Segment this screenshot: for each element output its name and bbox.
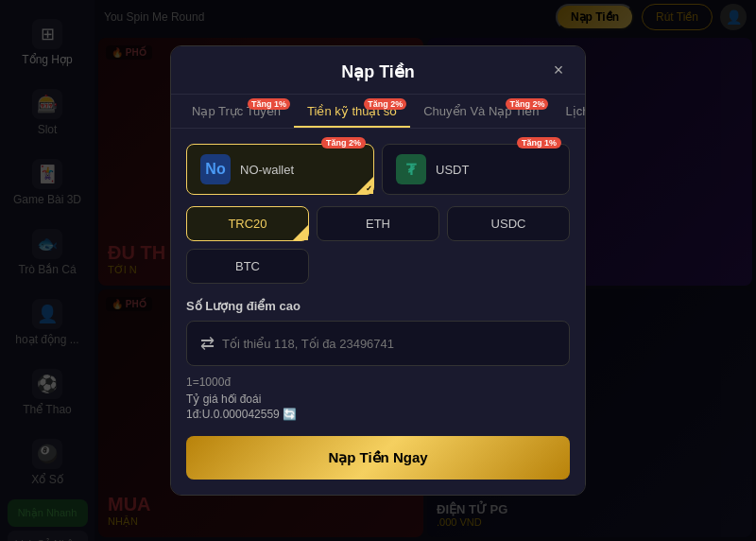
tab-badge-2: Tăng 2% <box>506 98 548 110</box>
no-wallet-label: NO-wallet <box>240 163 294 177</box>
usdt-badge: Tăng 1% <box>517 137 561 148</box>
network-btc[interactable]: BTC <box>186 249 309 284</box>
usdt-icon: ₮ <box>396 154 426 184</box>
no-wallet-badge: Tăng 2% <box>321 137 366 148</box>
modal-overlay: Nạp Tiền × Nạp Trực Tuyến Tăng 1% Tiền k… <box>0 0 756 541</box>
amount-icon: ⇄ <box>200 333 215 354</box>
exchange-value-row: 1đ:U.0.000042559 🔄 <box>186 408 570 421</box>
tab-badge-1: Tăng 2% <box>364 98 406 110</box>
rate-info: 1=1000đ <box>186 375 570 389</box>
network-eth[interactable]: ETH <box>317 206 439 241</box>
modal-body: No NO-wallet Tăng 2% ✓ ₮ USDT Tăng 1% <box>171 129 585 495</box>
modal-tabs: Nạp Trực Tuyến Tăng 1% Tiền kỹ thuật số … <box>171 95 585 129</box>
exchange-value: 1đ:U.0.000042559 <box>186 408 280 421</box>
tab-chuyen-va-nap-tien[interactable]: Chuyển Và Nạp Tiền Tăng 2% <box>410 95 552 128</box>
amount-input-wrap: ⇄ <box>186 321 570 366</box>
modal-header: Nạp Tiền × <box>171 46 585 95</box>
tab-tien-ky-thuat-so[interactable]: Tiền kỹ thuật số Tăng 2% <box>294 95 410 128</box>
exchange-label: Tỷ giá hối đoái <box>186 393 570 406</box>
wallet-option-usdt[interactable]: ₮ USDT Tăng 1% <box>382 144 570 195</box>
refresh-icon[interactable]: 🔄 <box>283 408 297 421</box>
network-usdc[interactable]: USDC <box>447 206 570 241</box>
network-grid: TRC20 ETH USDC <box>186 206 570 241</box>
modal-close-button[interactable]: × <box>547 59 570 81</box>
wallet-grid: No NO-wallet Tăng 2% ✓ ₮ USDT Tăng 1% <box>186 144 570 195</box>
network-trc20[interactable]: TRC20 <box>186 206 309 241</box>
submit-deposit-button[interactable]: Nạp Tiền Ngay <box>186 436 570 480</box>
amount-section-label: Số Lượng điểm cao <box>186 299 570 313</box>
amount-input[interactable] <box>222 337 556 351</box>
tab-lich-su[interactable]: Lịch Sử <box>552 95 586 128</box>
wallet-option-no-wallet[interactable]: No NO-wallet Tăng 2% ✓ <box>186 144 374 195</box>
tab-nap-truc-tuyen[interactable]: Nạp Trực Tuyến Tăng 1% <box>179 95 294 128</box>
usdt-label: USDT <box>436 163 469 177</box>
deposit-modal: Nạp Tiền × Nạp Trực Tuyến Tăng 1% Tiền k… <box>170 45 586 496</box>
no-wallet-icon: No <box>200 154 231 184</box>
network-row2: BTC <box>186 249 570 284</box>
modal-title: Nạp Tiền <box>341 61 415 82</box>
tab-badge-0: Tăng 1% <box>248 98 290 110</box>
